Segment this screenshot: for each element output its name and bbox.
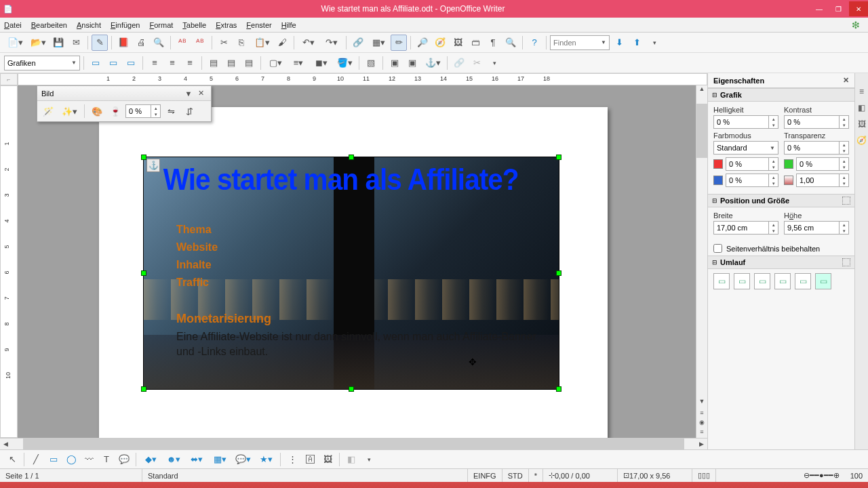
bottom-button[interactable]: ▤	[241, 55, 257, 71]
find-next-button[interactable]: ⬇	[611, 35, 627, 51]
app-icon[interactable]: 🌀	[271, 484, 299, 488]
wrap-parallel-button[interactable]: ▭	[774, 273, 791, 289]
wrap-before-button[interactable]: ▭	[734, 273, 750, 289]
colormode-combo[interactable]: Standard▼	[713, 141, 778, 155]
vertical-scrollbar[interactable]: ▲▼ ≡ ◉ ≡	[696, 85, 707, 438]
graphic-mode-button[interactable]: ✨▾	[58, 103, 80, 119]
pdf-button[interactable]: 📕	[115, 35, 132, 51]
bgcolor-button[interactable]: 🪣▾	[334, 55, 355, 71]
top-button[interactable]: ▤	[205, 55, 222, 71]
resize-handle[interactable]	[556, 270, 561, 276]
frame-props-button[interactable]: ▧	[363, 55, 379, 71]
preview-button[interactable]: 🔍	[151, 35, 167, 51]
help-icon[interactable]: ❇	[852, 20, 860, 30]
menu-view[interactable]: Ansicht	[77, 21, 101, 29]
app-icon[interactable]: 🌐	[420, 484, 448, 488]
horizontal-scrollbar[interactable]: ◀▶	[0, 438, 707, 449]
gamma-spinner[interactable]: ▴▾	[796, 174, 849, 187]
app-icon[interactable]: 🖥	[121, 484, 150, 488]
callout-tool[interactable]: 💬	[116, 451, 132, 468]
autospell-button[interactable]: ᴬᴮ	[192, 35, 208, 51]
app-icon[interactable]: ✕	[241, 484, 269, 488]
callouts-tool[interactable]: 💬▾	[232, 451, 254, 468]
text-tool[interactable]: T	[98, 451, 115, 468]
rect-tool[interactable]: ▭	[45, 451, 62, 468]
image-toolbar[interactable]: Bild ▼ ✕ 🪄 ✨▾ 🎨 🍷 ▴▾ ⇋ ⇵	[37, 85, 212, 122]
vertical-ruler[interactable]: 12345678910	[0, 85, 18, 438]
borderstyle-button[interactable]: ≡▾	[288, 55, 309, 71]
app-icon[interactable]: 📙	[211, 484, 239, 488]
gallery-button[interactable]: 🖼	[450, 35, 466, 51]
find-combo[interactable]: ▼	[550, 35, 610, 50]
selected-image[interactable]: Wie startet man als Affiliate? Thema Web…	[143, 157, 559, 390]
blue-spinner[interactable]: ▴▾	[726, 174, 778, 187]
extrusion-tool[interactable]: ◧	[343, 451, 359, 468]
align-left-button[interactable]: ≡	[146, 55, 163, 71]
flip-h-button[interactable]: ⇋	[163, 103, 179, 119]
cut-button[interactable]: ✂	[216, 35, 232, 51]
wrap-optimal-button[interactable]: ▭	[815, 273, 831, 289]
menu-insert[interactable]: Einfügen	[111, 21, 140, 29]
tab-gallery[interactable]: 🖼	[856, 119, 868, 131]
sidebar-close[interactable]: ✕	[843, 76, 849, 85]
ie-icon[interactable]: e	[181, 484, 210, 488]
save-button[interactable]: 💾	[50, 35, 66, 51]
basic-shapes-tool[interactable]: ◆▾	[140, 451, 161, 468]
next-page-button[interactable]: ≡	[696, 428, 707, 438]
transp-spinner[interactable]: ▴▾	[125, 104, 161, 118]
explorer-icon[interactable]: 📁	[32, 484, 60, 488]
nav-button[interactable]: ◉	[696, 419, 707, 428]
anchor-button[interactable]: ⚓▾	[422, 55, 443, 71]
align-center-button[interactable]: ≡	[164, 55, 180, 71]
green-spinner[interactable]: ▴▾	[796, 157, 849, 171]
redo-button[interactable]: ↷▾	[321, 35, 342, 51]
wrap-after-button[interactable]: ▭	[754, 273, 770, 289]
fontwork-tool[interactable]: 🄰	[302, 451, 318, 468]
tab-navigator[interactable]: 🧭	[856, 136, 868, 148]
brightness-spinner[interactable]: ▴▾	[713, 115, 778, 129]
send-back-button[interactable]: ▣	[404, 55, 420, 71]
possize-more[interactable]	[842, 197, 850, 205]
menu-format[interactable]: Format	[149, 21, 173, 29]
find-prev-button[interactable]: ⬆	[629, 35, 645, 51]
paste-button[interactable]: 📋▾	[251, 35, 273, 51]
undo-button[interactable]: ↶▾	[298, 35, 319, 51]
app-icon[interactable]: 📝	[450, 484, 478, 488]
start-button[interactable]: ⊞	[2, 484, 31, 488]
height-spinner[interactable]: ▴▾	[784, 221, 849, 235]
status-style[interactable]: Standard	[142, 469, 468, 482]
table-button[interactable]: ▦▾	[368, 35, 389, 51]
app-icon[interactable]: 🦊	[390, 484, 418, 488]
prev-page-button[interactable]: ≡	[696, 409, 707, 419]
resize-handle[interactable]	[556, 386, 561, 392]
print-button[interactable]: 🖨	[133, 35, 149, 51]
document-canvas[interactable]: Bild ▼ ✕ 🪄 ✨▾ 🎨 🍷 ▴▾ ⇋ ⇵	[18, 85, 696, 438]
hyperlink-button[interactable]: 🔗	[350, 35, 366, 51]
border-button[interactable]: ▢▾	[264, 55, 286, 71]
resize-handle[interactable]	[141, 155, 146, 160]
menu-edit[interactable]: Bearbeiten	[31, 21, 67, 29]
close-button[interactable]: ✕	[849, 1, 868, 16]
points-tool[interactable]: ⋮	[284, 451, 300, 468]
resize-handle[interactable]	[141, 386, 146, 392]
app-icon[interactable]: ⬜	[92, 484, 120, 488]
menu-help[interactable]: Hilfe	[281, 21, 296, 29]
nonprint-button[interactable]: ¶	[485, 35, 501, 51]
tab-styles[interactable]: ◧	[856, 103, 868, 115]
resize-handle[interactable]	[556, 155, 561, 160]
spell-button[interactable]: ᴬᴮ	[174, 35, 191, 51]
wrap-page-button[interactable]: ▭	[105, 55, 121, 71]
arrows-tool[interactable]: ⬌▾	[186, 451, 208, 468]
store-icon[interactable]: 🛍	[62, 484, 90, 488]
drawbar-overflow[interactable]: ▾	[361, 451, 377, 468]
edit-mode-button[interactable]: ✎	[92, 35, 108, 51]
align-right-button[interactable]: ≡	[182, 55, 198, 71]
width-spinner[interactable]: ▴▾	[713, 221, 778, 235]
app-icon[interactable]: 🌐	[151, 484, 180, 488]
link-frame-button[interactable]: 🔗	[451, 55, 467, 71]
zoom-button[interactable]: 🔍	[502, 35, 519, 51]
anchor-icon[interactable]: ⚓	[146, 159, 160, 172]
image-toolbar-menu[interactable]: ▼	[182, 89, 195, 98]
wrap-through-button[interactable]: ▭	[795, 273, 811, 289]
status-page[interactable]: Seite 1 / 1	[0, 469, 142, 482]
